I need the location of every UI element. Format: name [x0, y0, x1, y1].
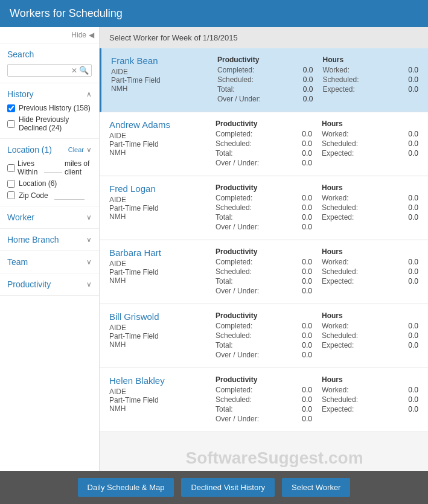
expected-value: 0.0: [400, 149, 418, 158]
productivity-column: Productivity Completed: 0.0 Scheduled: 0…: [216, 120, 312, 168]
worker-type: Part-Time Field: [109, 268, 206, 276]
clear-icon[interactable]: ✕: [71, 66, 77, 75]
worked-row: Worked: 0.0: [322, 258, 418, 266]
worker-card-fred-logan[interactable]: Fred Logan AIDE Part-Time Field NMH Prod…: [100, 176, 428, 240]
location-items: Lives Within miles of client Location (6…: [7, 159, 92, 200]
total-row: Total: 0.0: [216, 149, 312, 158]
worker-card-andrew-adams[interactable]: Andrew Adams AIDE Part-Time Field NMH Pr…: [100, 112, 428, 176]
history-items: Previous History (158) Hide Previously D…: [7, 104, 92, 132]
completed-value: 0.0: [294, 386, 312, 394]
scheduled-prod-label: Scheduled:: [216, 139, 252, 148]
scheduled-hrs-value: 0.0: [400, 139, 418, 148]
scheduled-hrs-label: Scheduled:: [322, 203, 358, 212]
home-branch-section[interactable]: Home Branch ∨: [0, 229, 99, 251]
productivity-col-title: Productivity: [216, 375, 312, 384]
over-under-label: Over / Under:: [217, 95, 261, 103]
completed-row: Completed: 0.0: [217, 66, 313, 74]
location-chevron-icon: ∨: [86, 145, 92, 154]
hours-column: Hours Worked: 0.0 Scheduled: 0.0 Expecte…: [322, 183, 418, 232]
worker-stats: Productivity Completed: 0.0 Scheduled: 0…: [216, 183, 418, 232]
location-clear-link[interactable]: Clear: [68, 146, 84, 153]
worker-section[interactable]: Worker ∨: [0, 206, 99, 229]
total-label: Total:: [216, 405, 233, 413]
worked-label: Worked:: [322, 130, 348, 138]
select-worker-button[interactable]: Select Worker: [282, 478, 350, 497]
hide-declined-checkbox[interactable]: [7, 120, 15, 128]
hide-declined-item[interactable]: Hide Previously Declined (24): [7, 115, 92, 132]
scheduled-prod-label: Scheduled:: [216, 267, 252, 276]
declined-visit-button[interactable]: Declined Visit History: [181, 478, 275, 497]
miles-input[interactable]: [44, 164, 62, 173]
total-value: 0.0: [294, 341, 312, 349]
worker-card-bill-griswold[interactable]: Bill Griswold AIDE Part-Time Field NMH P…: [100, 304, 428, 368]
completed-value: 0.0: [294, 194, 312, 202]
scheduled-prod-value: 0.0: [294, 203, 312, 212]
scheduled-hrs-row: Scheduled: 0.0: [322, 139, 418, 148]
search-input[interactable]: [10, 66, 71, 75]
hours-col-title: Hours: [322, 375, 418, 384]
previous-history-checkbox[interactable]: [7, 104, 15, 112]
history-chevron-icon: ∧: [86, 90, 92, 98]
worker-stats: Productivity Completed: 0.0 Scheduled: 0…: [217, 56, 418, 104]
worker-role: AIDE: [111, 68, 208, 76]
previous-history-label: Previous History (158): [19, 104, 91, 112]
scheduled-hrs-value: 0.0: [400, 203, 418, 212]
worker-card-inner: Frank Bean AIDE Part-Time Field NMH Prod…: [111, 56, 418, 104]
scheduled-hrs-label: Scheduled:: [323, 75, 359, 84]
zip-code-item[interactable]: Zip Code: [7, 191, 92, 200]
scheduled-hrs-value: 0.0: [400, 267, 418, 276]
expected-label: Expected:: [322, 149, 354, 158]
productivity-section[interactable]: Productivity ∨: [0, 273, 99, 296]
expected-label: Expected:: [323, 85, 355, 94]
footer: Daily Schedule & Map Declined Visit Hist…: [0, 471, 428, 504]
productivity-column: Productivity Completed: 0.0 Scheduled: 0…: [217, 56, 313, 104]
over-under-value: 0.0: [294, 351, 312, 359]
location-checkbox-item[interactable]: Location (6): [7, 179, 92, 188]
worked-row: Worked: 0.0: [322, 130, 418, 138]
scheduled-hrs-label: Scheduled:: [322, 139, 358, 148]
productivity-title: Productivity: [7, 279, 51, 289]
over-under-value: 0.0: [294, 223, 312, 231]
worker-type: Part-Time Field: [109, 140, 206, 148]
scheduled-prod-label: Scheduled:: [216, 203, 252, 212]
worked-label: Worked:: [322, 194, 348, 202]
worker-info: Frank Bean AIDE Part-Time Field NMH: [111, 56, 208, 104]
total-label: Total:: [216, 277, 233, 285]
total-row: Total: 0.0: [216, 277, 312, 285]
scheduled-hrs-value: 0.0: [400, 395, 418, 404]
productivity-column: Productivity Completed: 0.0 Scheduled: 0…: [216, 247, 312, 296]
worker-card-barbara-hart[interactable]: Barbara Hart AIDE Part-Time Field NMH Pr…: [100, 240, 428, 304]
worked-value: 0.0: [400, 322, 418, 330]
completed-value: 0.0: [294, 322, 312, 330]
zip-code-checkbox[interactable]: [7, 191, 15, 199]
expected-value: 0.0: [400, 341, 418, 349]
worker-card-helen-blakley[interactable]: Helen Blakley AIDE Part-Time Field NMH P…: [100, 368, 428, 432]
expected-label: Expected:: [322, 405, 354, 413]
scheduled-prod-row: Scheduled: 0.0: [216, 203, 312, 212]
search-icon[interactable]: 🔍: [79, 66, 89, 75]
lives-within-checkbox[interactable]: [7, 164, 15, 172]
history-header[interactable]: History ∧: [7, 89, 92, 99]
worked-label: Worked:: [322, 386, 348, 394]
worked-value: 0.0: [400, 386, 418, 394]
scheduled-prod-label: Scheduled:: [216, 395, 252, 404]
scheduled-hrs-value: 0.0: [400, 331, 418, 340]
sidebar: Hide ◀ Search ✕ 🔍 History ∧ Previous His…: [0, 27, 100, 471]
zip-code-input[interactable]: [54, 191, 85, 200]
previous-history-item[interactable]: Previous History (158): [7, 104, 92, 112]
worker-card-frank-bean[interactable]: Frank Bean AIDE Part-Time Field NMH Prod…: [100, 48, 428, 112]
daily-schedule-button[interactable]: Daily Schedule & Map: [78, 478, 174, 497]
scheduled-hrs-row: Scheduled: 0.0: [322, 395, 418, 404]
sidebar-hide-bar[interactable]: Hide ◀: [0, 27, 99, 43]
total-label: Total:: [216, 341, 233, 349]
team-section[interactable]: Team ∨: [0, 251, 99, 273]
expected-value: 0.0: [400, 405, 418, 413]
productivity-column: Productivity Completed: 0.0 Scheduled: 0…: [216, 375, 312, 424]
location-6-label: Location (6): [19, 179, 57, 188]
worker-card-inner: Andrew Adams AIDE Part-Time Field NMH Pr…: [109, 120, 418, 168]
scheduled-prod-value: 0.0: [295, 75, 313, 84]
over-under-label: Over / Under:: [216, 159, 259, 167]
scheduled-prod-value: 0.0: [294, 395, 312, 404]
location-6-checkbox[interactable]: [7, 180, 15, 188]
scheduled-prod-row: Scheduled: 0.0: [216, 267, 312, 276]
